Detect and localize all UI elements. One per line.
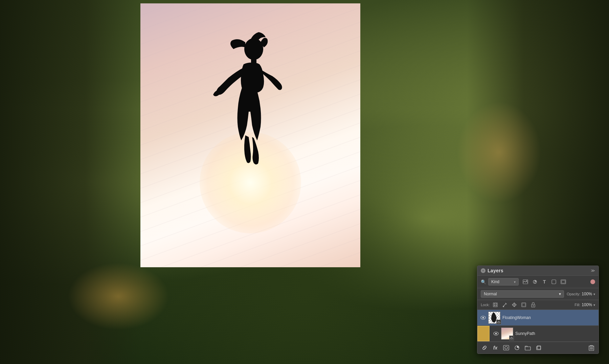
forest-light-right: [457, 101, 541, 203]
svg-rect-27: [525, 347, 531, 350]
layer-fx-button[interactable]: fx: [492, 344, 499, 351]
blend-mode-chevron: ▾: [559, 292, 561, 296]
layers-list: FloatingWoman SunnyPath: [477, 310, 599, 342]
fx-label: fx: [493, 345, 497, 350]
fill-control: Fill: 100% ▾: [574, 302, 595, 307]
lock-move-icon[interactable]: [511, 302, 517, 308]
shape-filter-icon[interactable]: [550, 278, 557, 285]
filter-row: 🔍 Kind ▾ T: [477, 276, 599, 288]
lock-artboard-icon[interactable]: [521, 302, 527, 308]
smart-filter-icon[interactable]: [560, 278, 567, 285]
blend-mode-dropdown[interactable]: Normal ▾: [481, 290, 564, 298]
layer-link-icon: [509, 336, 514, 340]
layer-visibility-toggle[interactable]: [480, 315, 486, 321]
svg-rect-11: [494, 305, 495, 306]
panel-close-button[interactable]: ×: [481, 268, 486, 273]
blend-mode-label: Normal: [484, 292, 497, 296]
forest-light-left: [68, 263, 169, 330]
kind-label: Kind: [491, 279, 499, 284]
svg-point-22: [495, 333, 497, 335]
delete-layer-button[interactable]: [588, 344, 595, 351]
text-filter-icon[interactable]: T: [541, 278, 548, 285]
panel-toolbar: fx: [477, 342, 599, 354]
svg-point-3: [526, 280, 527, 281]
kind-chevron: ▾: [514, 280, 516, 284]
svg-rect-10: [496, 303, 497, 304]
opacity-value[interactable]: 100%: [582, 292, 592, 296]
fill-chevron: ▾: [593, 303, 595, 307]
fill-value[interactable]: 100%: [582, 302, 592, 307]
filter-active-dot: [590, 279, 595, 284]
filter-icons: T: [522, 278, 567, 285]
svg-point-13: [503, 306, 504, 307]
woman-silhouette: [201, 30, 296, 183]
search-icon: 🔍: [481, 279, 486, 285]
svg-rect-5: [552, 280, 556, 284]
svg-rect-9: [494, 303, 495, 304]
kind-dropdown[interactable]: Kind ▾: [488, 278, 519, 286]
image-filter-icon[interactable]: [522, 278, 529, 285]
layer-item[interactable]: FloatingWoman: [477, 310, 599, 326]
blend-mode-row: Normal ▾ Opacity: 100% ▾: [477, 288, 599, 300]
lock-brush-icon[interactable]: [502, 302, 508, 308]
svg-point-25: [505, 346, 508, 349]
layer-name: SunnyPath: [515, 331, 596, 336]
fill-label: Fill:: [574, 303, 580, 307]
lock-row: Lock: Fill: 100% ▾: [477, 300, 599, 310]
lock-label: Lock:: [481, 303, 490, 307]
adjustment-filter-icon[interactable]: [532, 278, 538, 285]
add-mask-button[interactable]: [502, 344, 510, 351]
create-layer-button[interactable]: [535, 344, 542, 351]
opacity-chevron: ▾: [593, 292, 595, 296]
svg-rect-23: [510, 338, 513, 339]
layer-item[interactable]: SunnyPath: [477, 326, 599, 342]
layer-visibility-toggle[interactable]: [493, 331, 499, 337]
svg-point-19: [482, 317, 484, 319]
svg-rect-7: [562, 280, 565, 283]
lock-pixels-icon[interactable]: [492, 302, 498, 308]
svg-rect-20: [497, 322, 500, 323]
layer-thumbnail-wrapper: [488, 312, 500, 324]
link-layers-button[interactable]: [481, 344, 488, 351]
lock-icons: [492, 302, 536, 308]
panel-title: Layers: [488, 268, 503, 273]
panel-titlebar: × Layers ≫: [477, 266, 599, 276]
new-group-button[interactable]: [524, 344, 532, 351]
svg-rect-24: [503, 345, 509, 350]
opacity-control: Opacity: 100% ▾: [567, 292, 595, 296]
layer-selection-marker: [477, 326, 490, 341]
layer-name: FloatingWoman: [502, 315, 596, 320]
svg-point-17: [533, 305, 534, 306]
lock-all-icon[interactable]: [530, 302, 536, 308]
panel-expand-icon[interactable]: ≫: [591, 268, 595, 273]
layers-panel: × Layers ≫ 🔍 Kind ▾ T: [477, 266, 599, 354]
opacity-label: Opacity:: [567, 292, 580, 296]
layer-link-icon: [496, 320, 501, 324]
main-photo-canvas: [140, 3, 360, 267]
layer-thumbnail-wrapper: [501, 327, 513, 340]
svg-rect-8: [493, 303, 497, 307]
svg-rect-15: [522, 303, 525, 306]
add-adjustment-button[interactable]: [513, 344, 521, 351]
svg-rect-12: [496, 305, 497, 306]
